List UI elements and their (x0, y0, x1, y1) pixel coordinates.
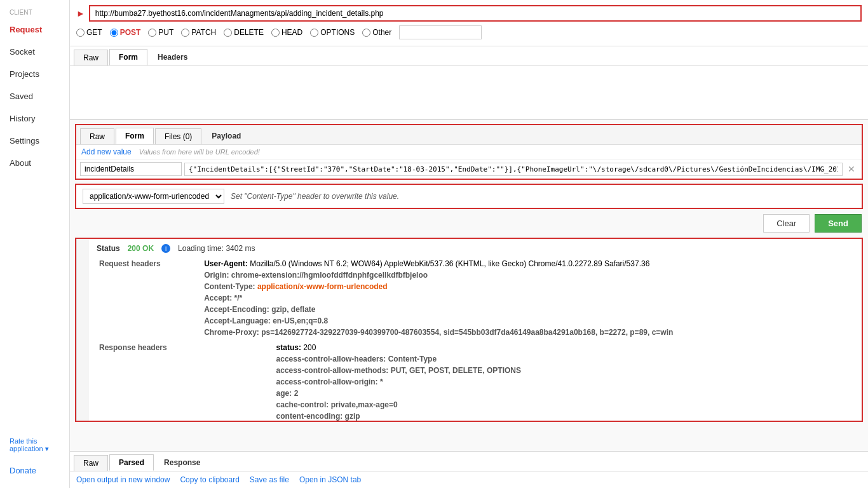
resp-header-key-6: content-encoding: (276, 412, 343, 421)
payload-tab-raw[interactable]: Raw (80, 128, 114, 144)
bottom-section: Raw Parsed Response Open output in new w… (70, 451, 868, 488)
req-headers-label: Request headers (97, 258, 201, 338)
kv-row: ✕ (76, 159, 862, 179)
req-header-val-1: chrome-extension://hgmloofddffdnphfgcell… (231, 271, 428, 280)
resp-headers-label: Response headers (97, 342, 274, 422)
rate-application-link[interactable]: Rate this application ▾ (0, 431, 69, 459)
req-header-val-5: en-US,en;q=0.8 (273, 316, 328, 325)
method-delete-radio[interactable] (224, 29, 232, 37)
resp-header-key-4: age: (276, 389, 292, 398)
req-header-val-4: gzip, deflate (271, 305, 315, 314)
url-encoded-note: Values from here will be URL encoded! (139, 148, 260, 156)
method-head-radio[interactable] (271, 29, 280, 37)
req-header-key-0: User-Agent: (204, 259, 248, 268)
bottom-links: Open output in new window Copy to clipbo… (70, 471, 868, 488)
sidebar-item-about[interactable]: About (0, 152, 69, 174)
content-type-note: Set "Content-Type" header to overwrite t… (231, 192, 399, 201)
bottom-tab-parsed[interactable]: Parsed (109, 454, 154, 471)
sidebar-item-request[interactable]: Request (0, 18, 69, 41)
tab-form[interactable]: Form (109, 49, 147, 65)
sidebar-item-projects[interactable]: Projects (0, 63, 69, 85)
method-options[interactable]: OPTIONS (310, 28, 355, 37)
method-put[interactable]: PUT (148, 28, 173, 37)
response-label: Response (155, 455, 209, 470)
loading-time: Loading time: 3402 ms (178, 244, 255, 253)
resp-header-key-1: access-control-allow-headers: (276, 355, 386, 363)
sidebar-item-history[interactable]: History (0, 107, 69, 130)
resp-header-val-0: 200 (303, 343, 316, 352)
method-other-radio[interactable] (362, 29, 370, 37)
kv-key-input[interactable] (80, 162, 182, 176)
response-content: Status 200 OK i Loading time: 3402 ms Re… (89, 239, 862, 422)
bottom-tab-raw[interactable]: Raw (74, 455, 108, 471)
request-tab-bar: Raw Form Headers (70, 46, 868, 66)
resp-header-val-1: Content-Type (388, 355, 437, 363)
clear-button[interactable]: Clear (763, 214, 810, 233)
resp-header-val-2: PUT, GET, POST, DELETE, OPTIONS (391, 366, 521, 375)
kv-value-input[interactable] (184, 163, 843, 176)
req-header-key-6: Chrome-Proxy: (204, 328, 259, 337)
resp-header-key-0: status: (276, 343, 301, 352)
copy-clipboard-link[interactable]: Copy to clipboard (180, 475, 239, 484)
req-header-val-3: */* (234, 294, 242, 302)
method-options-radio[interactable] (310, 29, 318, 37)
action-row: Clear Send (70, 212, 868, 235)
method-post-radio[interactable] (110, 29, 118, 37)
sidebar-item-socket[interactable]: Socket (0, 41, 69, 63)
resp-header-key-2: access-control-allow-methods: (276, 366, 389, 375)
request-tab-section: Raw Form Headers (70, 46, 868, 120)
resp-header-val-6: gzip (345, 412, 360, 421)
response-panel: Scroll to top Status 200 OK i Loading ti… (75, 238, 863, 422)
payload-label: Payload (203, 128, 250, 144)
headers-area (70, 66, 868, 119)
status-row: Status 200 OK i Loading time: 3402 ms (97, 244, 854, 253)
req-header-key-1: Origin: (204, 271, 229, 280)
resp-header-val-3: * (380, 377, 383, 386)
method-delete[interactable]: DELETE (224, 28, 264, 37)
headers-textarea[interactable] (70, 66, 868, 117)
payload-tab-bar: Raw Form Files (0) Payload (76, 125, 862, 145)
req-header-key-3: Accept: (204, 294, 232, 302)
send-button[interactable]: Send (815, 214, 862, 233)
method-get-radio[interactable] (76, 29, 85, 37)
save-file-link[interactable]: Save as file (250, 475, 289, 484)
method-patch-radio[interactable] (181, 29, 189, 37)
req-header-key-5: Accept-Language: (204, 316, 271, 325)
sidebar-item-saved[interactable]: Saved (0, 85, 69, 107)
scroll-to-top-label[interactable]: Scroll to top (76, 239, 89, 422)
response-headers-table: Response headers status: 200 access-cont… (97, 342, 854, 422)
method-put-radio[interactable] (148, 29, 156, 37)
req-header-key-4: Accept-Encoding: (204, 305, 269, 314)
req-header-val-2: application/x-www-form-urlencoded (257, 282, 388, 291)
tab-raw[interactable]: Raw (74, 50, 108, 65)
kv-delete-button[interactable]: ✕ (845, 164, 858, 174)
open-new-window-link[interactable]: Open output in new window (76, 475, 170, 484)
url-arrow-icon[interactable]: ► (76, 8, 85, 18)
payload-tab-form[interactable]: Form (116, 128, 154, 144)
sidebar-client-label: Client (0, 6, 69, 18)
status-label: Status (97, 244, 120, 253)
resp-header-key-3: access-control-allow-origin: (276, 377, 378, 386)
url-section: ► GET POST PUT PATCH DELETE (70, 0, 868, 46)
method-patch[interactable]: PATCH (181, 28, 216, 37)
resp-header-val-5: private,max-age=0 (331, 400, 398, 409)
bottom-tab-bar: Raw Parsed Response (70, 452, 868, 471)
method-head[interactable]: HEAD (271, 28, 302, 37)
main-panel: ► GET POST PUT PATCH DELETE (70, 0, 868, 488)
sidebar-item-settings[interactable]: Settings (0, 130, 69, 152)
resp-header-val-4: 2 (294, 389, 299, 398)
content-type-select[interactable]: application/x-www-form-urlencoded applic… (83, 189, 224, 204)
payload-tab-files[interactable]: Files (0) (155, 128, 201, 144)
method-other[interactable]: Other (362, 28, 391, 37)
open-json-tab-link[interactable]: Open in JSON tab (299, 475, 361, 484)
headers-label: Headers (149, 50, 196, 65)
sidebar: Client Request Socket Projects Saved His… (0, 0, 70, 488)
method-post[interactable]: POST (110, 28, 141, 37)
method-get[interactable]: GET (76, 28, 102, 37)
info-icon[interactable]: i (161, 244, 170, 253)
url-input[interactable] (89, 5, 862, 22)
other-method-input[interactable] (399, 25, 482, 39)
add-new-value-link[interactable]: Add new value (81, 147, 132, 156)
req-header-val-6: ps=1426927724-329227039-940399700-487603… (261, 328, 673, 337)
donate-link[interactable]: Donate (0, 459, 69, 482)
